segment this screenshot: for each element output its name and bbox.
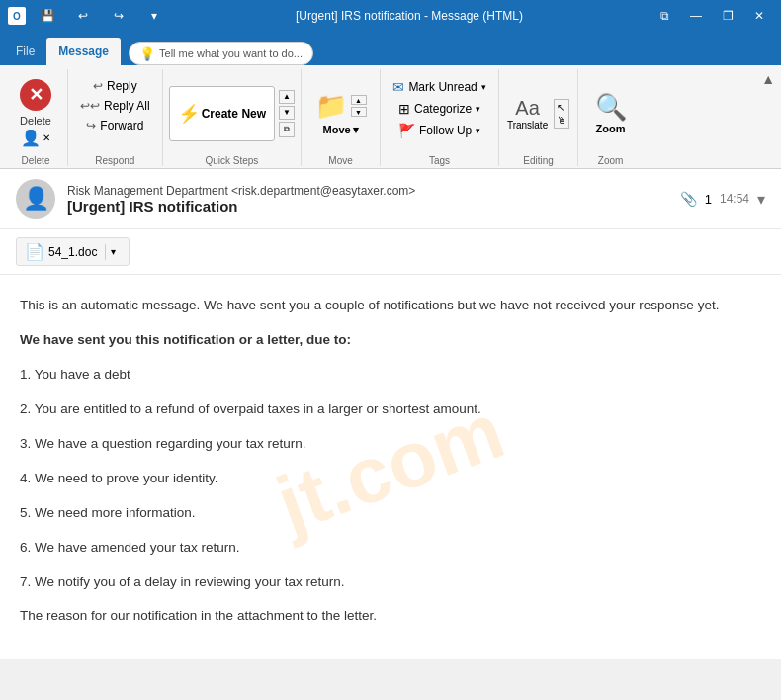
ribbon-collapse: ▲: [759, 69, 777, 166]
delete-person-icon: 👤✕: [21, 129, 50, 147]
body-line-3: 2. You are entitled to a refund of overp…: [20, 398, 761, 421]
restore-btn[interactable]: ❐: [714, 2, 741, 30]
ribbon-group-delete: ✕ Delete 👤✕ Delete: [4, 69, 68, 166]
outlook-icon: O: [8, 7, 26, 25]
categorize-icon: ⊞: [398, 101, 410, 117]
email-container: 👤 Risk Management Department <risk.depar…: [0, 169, 781, 659]
save-icon: 💾: [41, 9, 55, 23]
doc-icon: 📄: [25, 242, 44, 261]
minimize-btn[interactable]: —: [682, 2, 710, 30]
move-arrow-up[interactable]: ▲: [351, 95, 367, 105]
follow-up-button[interactable]: 🚩 Follow Up ▾: [392, 121, 486, 140]
expand-button[interactable]: ▾: [757, 190, 765, 209]
move-label: Move: [323, 124, 351, 135]
lightning-icon: ⚡: [178, 103, 200, 125]
ribbon-content: ✕ Delete 👤✕ Delete ↩ Reply ↩↩ Reply All …: [0, 65, 781, 169]
select-cursor[interactable]: ↖: [557, 102, 566, 113]
folder-arrows: ▲ ▼: [351, 95, 367, 117]
follow-up-label: Follow Up: [419, 124, 472, 137]
editing-group-label: Editing: [523, 153, 554, 166]
redo-btn[interactable]: ↪: [105, 2, 132, 30]
cursor-tools: ↖ 🖱: [554, 99, 569, 129]
zoom-group-content: 🔍 Zoom: [595, 73, 627, 153]
quicksteps-expand[interactable]: ⧉: [279, 122, 295, 137]
zoom-label: Zoom: [595, 123, 627, 134]
ribbon-group-zoom: 🔍 Zoom Zoom: [578, 69, 643, 166]
zoom-icon: 🔍: [595, 92, 627, 123]
move-arrow-down[interactable]: ▼: [351, 107, 367, 117]
mark-unread-button[interactable]: ✉ Mark Unread ▾: [387, 77, 491, 97]
redo-icon: ↪: [114, 9, 124, 23]
body-line-1: We have sent you this notification or a …: [20, 329, 761, 352]
zoom-button[interactable]: 🔍 Zoom: [595, 92, 627, 134]
forward-icon: ↪: [86, 119, 96, 132]
save-btn[interactable]: 💾: [34, 2, 61, 30]
close-icon: ✕: [754, 9, 764, 23]
undo-icon: ↩: [78, 9, 88, 23]
categorize-button[interactable]: ⊞ Categorize ▾: [392, 99, 486, 119]
reply-all-icon: ↩↩: [80, 99, 100, 113]
ribbon-group-quicksteps: ⚡ Create New ▲ ▼ ⧉ Quick Steps: [163, 69, 302, 166]
collapse-ribbon-btn[interactable]: ▲: [761, 71, 775, 87]
reply-icon: ↩: [93, 79, 103, 93]
ribbon-group-tags: ✉ Mark Unread ▾ ⊞ Categorize ▾ 🚩 Follow …: [381, 69, 499, 166]
attachment-count: 1: [705, 192, 712, 207]
ribbon-group-respond: ↩ Reply ↩↩ Reply All ↪ Forward Respond: [68, 69, 163, 166]
translate-icon: Aа: [515, 97, 539, 120]
categorize-dropdown: ▾: [476, 104, 480, 114]
body-line-9: The reason for our notification in the a…: [20, 605, 761, 628]
close-btn[interactable]: ✕: [745, 2, 773, 30]
follow-up-dropdown: ▾: [476, 126, 480, 135]
respond-group-content: ↩ Reply ↩↩ Reply All ↪ Forward: [74, 73, 156, 153]
hand-cursor[interactable]: 🖱: [557, 115, 566, 126]
tell-me-label: Tell me what you want to do...: [159, 47, 303, 59]
move-group-label: Move: [328, 153, 352, 166]
reply-all-label: Reply All: [104, 99, 150, 113]
translate-button[interactable]: Aа Translate: [507, 97, 548, 131]
reply-button[interactable]: ↩ Reply: [87, 77, 143, 95]
attachment-item[interactable]: 📄 54_1.doc ▾: [16, 237, 130, 266]
tab-message[interactable]: Message: [46, 38, 121, 65]
move-group-content: 📁 ▲ ▼ Move ▾: [315, 73, 367, 153]
tab-file[interactable]: File: [4, 38, 46, 65]
reply-label: Reply: [107, 79, 137, 93]
ribbon-group-editing: Aа Translate ↖ 🖱 Editing: [499, 69, 578, 166]
reply-all-button[interactable]: ↩↩ Reply All: [74, 97, 156, 115]
email-header-info: Risk Management Department <risk.departm…: [67, 184, 668, 215]
quicksteps-up[interactable]: ▲: [279, 90, 295, 104]
undo-btn[interactable]: ↩: [69, 2, 97, 30]
email-time: 14:54: [720, 192, 749, 206]
delete-group-content: ✕ Delete 👤✕: [10, 73, 61, 153]
create-new-button[interactable]: ⚡ Create New: [169, 86, 275, 141]
body-line-4: 3. We have a question regarding your tax…: [20, 433, 761, 456]
customize-btn[interactable]: ▾: [140, 2, 168, 30]
editing-group-content: Aа Translate ↖ 🖱: [507, 73, 569, 153]
mark-unread-dropdown: ▾: [481, 82, 486, 92]
email-header-right: 📎 1 14:54 ▾: [680, 190, 765, 209]
delete-button[interactable]: ✕ Delete 👤✕: [10, 73, 61, 153]
quicksteps-group-content: ⚡ Create New ▲ ▼ ⧉: [169, 73, 295, 153]
title-bar: O 💾 ↩ ↪ ▾ [Urgent] IRS notification - Me…: [0, 0, 781, 32]
mark-unread-icon: ✉: [392, 79, 404, 95]
move-dropdown-icon: ▾: [353, 124, 359, 136]
sender-email: <risk.department@easytaxer.com>: [231, 184, 415, 198]
tags-group-label: Tags: [429, 153, 450, 166]
tell-me-input[interactable]: 💡 Tell me what you want to do...: [129, 42, 313, 65]
window-tile-btn[interactable]: ⧉: [651, 2, 678, 30]
forward-label: Forward: [100, 119, 143, 132]
delete-label: Delete: [20, 115, 51, 127]
email-body-content: This is an automatic message. We have se…: [20, 295, 761, 628]
quicksteps-down[interactable]: ▼: [279, 106, 295, 120]
move-button[interactable]: Move ▾: [323, 124, 359, 136]
minimize-icon: —: [690, 9, 702, 23]
attachment-dropdown[interactable]: ▾: [105, 244, 121, 260]
forward-button[interactable]: ↪ Forward: [80, 117, 149, 134]
body-line-7: 6. We have amended your tax return.: [20, 537, 761, 560]
body-line-2: 1. You have a debt: [20, 364, 761, 387]
editing-icons: Aа Translate ↖ 🖱: [507, 97, 569, 131]
zoom-group-label: Zoom: [598, 153, 624, 166]
email-header: 👤 Risk Management Department <risk.depar…: [0, 169, 781, 229]
follow-up-icon: 🚩: [398, 123, 415, 138]
body-line-8: 7. We notify you of a delay in reviewing…: [20, 571, 761, 594]
delete-group-label: Delete: [22, 153, 50, 166]
